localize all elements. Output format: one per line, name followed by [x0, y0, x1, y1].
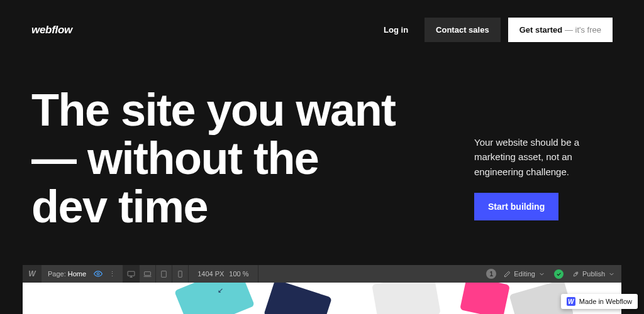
svg-rect-1	[128, 271, 135, 276]
svg-point-0	[97, 273, 99, 275]
device-desktop-button[interactable]	[123, 265, 139, 283]
publish-label: Publish	[582, 270, 605, 278]
device-laptop-button[interactable]	[139, 265, 155, 283]
hero-title: The site you want — without the dev time	[31, 86, 399, 231]
svg-rect-4	[179, 271, 182, 277]
designer-canvas: ↙	[23, 283, 621, 314]
card-graphic	[460, 283, 510, 314]
page-indicator[interactable]: Page: Home	[42, 270, 92, 278]
get-started-button[interactable]: Get started — it's free	[508, 18, 613, 42]
contact-sales-button[interactable]: Contact sales	[425, 18, 501, 42]
logo[interactable]: webflow	[31, 24, 72, 36]
device-mobile-button[interactable]	[172, 265, 188, 283]
pencil-icon	[504, 271, 511, 278]
step-badge: 1	[486, 269, 496, 279]
more-menu-icon[interactable]: ⋮	[103, 270, 123, 278]
status-ok-icon	[554, 269, 564, 279]
page-prefix: Page:	[48, 270, 68, 278]
hero-left: The site you want — without the dev time	[31, 86, 399, 231]
hero-subtitle: Your website should be a marketing asset…	[474, 135, 613, 179]
svg-rect-2	[145, 271, 151, 275]
editing-mode-button[interactable]: Editing	[504, 270, 545, 278]
canvas-zoom: 100 %	[229, 270, 248, 278]
device-tablet-button[interactable]	[155, 265, 172, 283]
card-graphic	[372, 283, 441, 314]
canvas-size[interactable]: 1404 PX 100 %	[188, 265, 258, 283]
designer-toolbar: W Page: Home ⋮ 1404 PX 100 % 1 Editing P…	[23, 265, 621, 283]
page-name: Home	[68, 270, 86, 278]
webflow-glyph-icon: W	[567, 297, 575, 306]
get-started-suffix: — it's free	[562, 25, 601, 35]
top-nav: webflow Log in Contact sales Get started…	[0, 0, 644, 42]
preview-eye-icon[interactable]	[94, 269, 103, 278]
card-graphic	[174, 283, 255, 314]
hero: The site you want — without the dev time…	[0, 42, 644, 231]
login-link[interactable]: Log in	[375, 18, 417, 42]
publish-button[interactable]: Publish	[572, 270, 615, 278]
rocket-icon	[572, 271, 579, 278]
card-graphic	[264, 283, 332, 314]
hero-right: Your website should be a marketing asset…	[474, 86, 613, 220]
device-switcher	[123, 265, 188, 283]
made-in-webflow-badge[interactable]: W Made in Webflow	[561, 294, 638, 309]
chevron-down-icon	[538, 271, 545, 278]
arrow-icon: ↙	[218, 286, 223, 295]
start-building-button[interactable]: Start building	[474, 193, 558, 220]
designer-preview: W Page: Home ⋮ 1404 PX 100 % 1 Editing P…	[23, 265, 621, 314]
svg-rect-3	[162, 271, 167, 277]
chevron-down-icon	[608, 271, 615, 278]
nav-actions: Log in Contact sales Get started — it's …	[375, 18, 613, 42]
get-started-label: Get started	[519, 25, 563, 35]
badge-label: Made in Webflow	[579, 298, 632, 305]
canvas-width: 1404 PX	[197, 270, 224, 278]
svg-point-5	[576, 273, 577, 273]
editing-label: Editing	[514, 270, 535, 278]
webflow-icon[interactable]: W	[23, 265, 42, 283]
